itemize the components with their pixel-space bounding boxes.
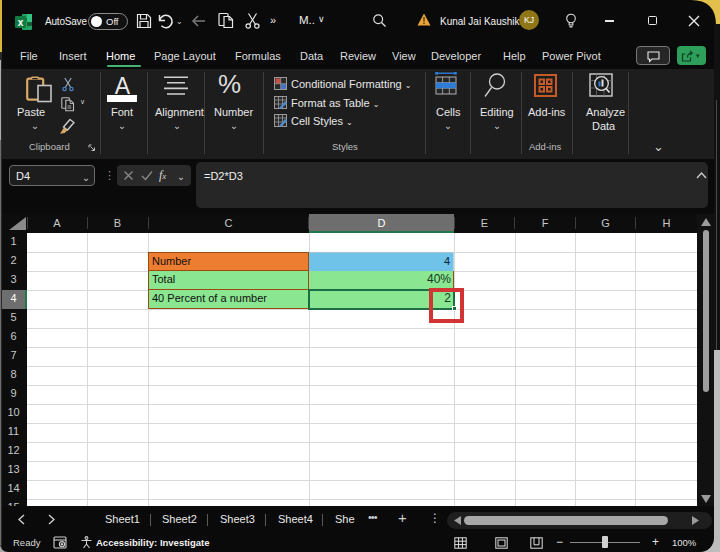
svg-text:x: x — [18, 17, 24, 28]
